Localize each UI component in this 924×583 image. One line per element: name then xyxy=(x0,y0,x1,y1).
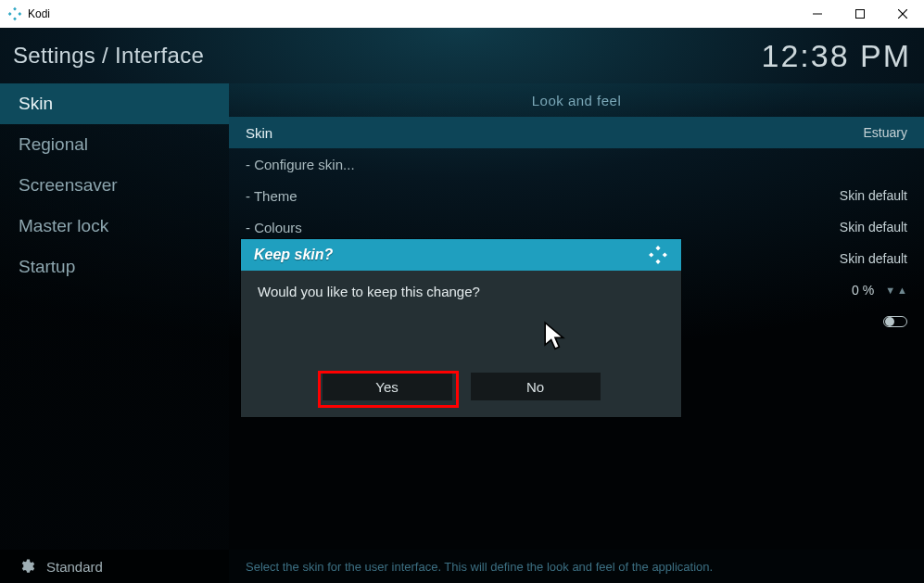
maximize-button[interactable] xyxy=(839,0,881,28)
svg-rect-9 xyxy=(649,252,653,257)
setting-label: Skin xyxy=(246,125,272,141)
svg-rect-3 xyxy=(13,17,17,20)
setting-label: - Theme xyxy=(246,188,297,204)
kodi-logo-icon xyxy=(648,245,668,265)
svg-rect-0 xyxy=(13,6,17,10)
setting-row-theme[interactable]: - Theme Skin default xyxy=(229,180,924,211)
window-titlebar: Kodi xyxy=(0,0,924,28)
kodi-app-icon xyxy=(7,6,22,21)
sidebar-item-label: Regional xyxy=(19,134,88,155)
sidebar-item-master-lock[interactable]: Master lock xyxy=(0,206,229,247)
gear-icon xyxy=(19,558,35,575)
app-header: Settings / Interface 12:38 PM xyxy=(0,28,924,83)
dialog-no-button[interactable]: No xyxy=(471,373,601,400)
breadcrumb: Settings / Interface xyxy=(13,43,204,69)
sidebar-item-label: Startup xyxy=(19,257,75,277)
setting-value: Skin default xyxy=(840,251,907,266)
setting-label: - Colours xyxy=(246,220,302,235)
footer-help-text: Select the skin for the user interface. … xyxy=(229,550,924,583)
window-title: Kodi xyxy=(28,7,50,20)
chevron-up-icon[interactable]: ▲ xyxy=(897,285,907,296)
sidebar-item-skin[interactable]: Skin xyxy=(0,83,229,124)
settings-sidebar: Skin Regional Screensaver Master lock St… xyxy=(0,83,229,550)
sidebar-item-regional[interactable]: Regional xyxy=(0,124,229,165)
sidebar-item-screensaver[interactable]: Screensaver xyxy=(0,165,229,206)
chevron-down-icon[interactable]: ▼ xyxy=(885,285,895,296)
dialog-title-bar: Keep skin? xyxy=(241,239,681,271)
close-button[interactable] xyxy=(881,0,924,28)
svg-rect-1 xyxy=(8,12,12,16)
setting-value: Skin default xyxy=(840,220,907,234)
svg-rect-10 xyxy=(663,252,667,257)
svg-rect-11 xyxy=(655,260,660,264)
zoom-spinner[interactable]: ▼ ▲ xyxy=(885,285,907,296)
keep-skin-dialog: Keep skin? Would you like to keep this c… xyxy=(241,239,681,417)
setting-row-colours[interactable]: - Colours Skin default xyxy=(229,211,924,243)
minimize-button[interactable] xyxy=(796,0,839,28)
svg-rect-2 xyxy=(18,12,21,16)
sidebar-item-startup[interactable]: Startup xyxy=(0,247,229,287)
rss-toggle[interactable] xyxy=(883,316,907,327)
setting-label: - Configure skin... xyxy=(246,157,355,172)
sidebar-item-label: Master lock xyxy=(19,216,108,236)
settings-level-selector[interactable]: Standard xyxy=(0,550,229,583)
sidebar-item-label: Screensaver xyxy=(19,175,118,196)
sidebar-item-label: Skin xyxy=(19,94,53,114)
settings-level-label: Standard xyxy=(46,559,103,575)
setting-row-skin[interactable]: Skin Estuary xyxy=(229,117,924,148)
dialog-message: Would you like to keep this change? xyxy=(241,271,681,373)
window-controls xyxy=(796,0,924,28)
app-root: Settings / Interface 12:38 PM Skin Regio… xyxy=(0,28,924,583)
svg-rect-5 xyxy=(856,9,865,18)
svg-rect-8 xyxy=(655,246,660,250)
setting-value: Estuary xyxy=(864,125,907,140)
setting-value: Skin default xyxy=(840,188,907,203)
setting-value: 0 % xyxy=(852,283,874,298)
clock: 12:38 PM xyxy=(761,38,911,74)
setting-row-configure-skin[interactable]: - Configure skin... xyxy=(229,148,924,180)
dialog-title: Keep skin? xyxy=(254,247,333,263)
dialog-yes-button[interactable]: Yes xyxy=(323,373,452,400)
section-header: Look and feel xyxy=(229,83,924,117)
